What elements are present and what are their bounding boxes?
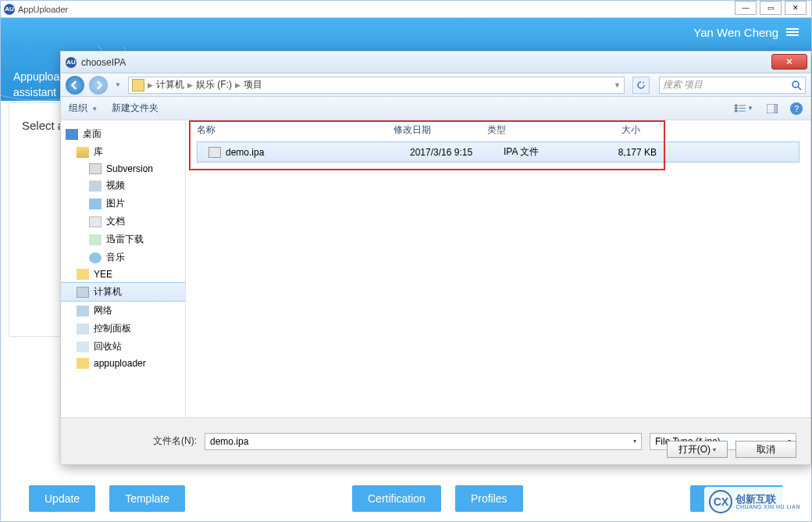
chevron-right-icon: ▶ xyxy=(187,81,193,89)
app-header: Yan Wen Cheng xyxy=(1,18,811,46)
minimize-button[interactable]: — xyxy=(735,1,757,15)
desktop-icon xyxy=(66,129,78,140)
file-list[interactable]: 名称 修改日期 类型 大小 demo.ipa 2017/3/16 9:15 IP… xyxy=(186,120,810,417)
tree-video[interactable]: 视频 xyxy=(61,177,185,195)
nav-history-dropdown[interactable]: ▼ xyxy=(112,76,123,95)
watermark-logo-icon: CX xyxy=(709,490,732,513)
tree-computer[interactable]: 计算机 xyxy=(61,282,185,302)
maximize-button[interactable]: ▭ xyxy=(760,1,782,15)
col-date[interactable]: 修改日期 xyxy=(394,123,487,137)
tree-controlpanel[interactable]: 控制面板 xyxy=(61,320,185,338)
preview-pane-button[interactable] xyxy=(762,101,782,116)
search-placeholder: 搜索 项目 xyxy=(663,78,703,91)
file-icon xyxy=(208,147,221,158)
template-button[interactable]: Template xyxy=(109,485,185,512)
help-button[interactable]: ? xyxy=(790,102,803,115)
refresh-icon xyxy=(636,80,646,90)
tree-picture[interactable]: 图片 xyxy=(61,195,185,213)
control-panel-icon xyxy=(77,324,89,334)
dialog-titlebar[interactable]: AU chooseIPA ✕ xyxy=(61,52,810,73)
col-name[interactable]: 名称 xyxy=(197,123,394,137)
file-type: IPA 文件 xyxy=(504,145,597,159)
view-mode-button[interactable]: ▼ xyxy=(734,101,754,116)
app-logo-icon: AU xyxy=(4,4,15,15)
profiles-button[interactable]: Profiles xyxy=(455,485,523,512)
chevron-right-icon: ▶ xyxy=(235,81,240,89)
watermark-text: 创新互联 xyxy=(735,494,800,504)
tree-recycle[interactable]: 回收站 xyxy=(61,338,185,356)
network-icon xyxy=(77,306,89,316)
breadcrumb-drive[interactable]: 娱乐 (F:) xyxy=(196,78,232,91)
col-type[interactable]: 类型 xyxy=(487,123,581,137)
svn-icon xyxy=(89,163,102,174)
preview-icon xyxy=(767,104,778,113)
file-row[interactable]: demo.ipa 2017/3/16 9:15 IPA 文件 8,177 KB xyxy=(197,141,800,163)
dialog-nav: ▼ ▶ 计算机 ▶ 娱乐 (F:) ▶ 项目 ▼ 搜索 项目 xyxy=(61,73,810,97)
tree-library[interactable]: 库 xyxy=(61,143,185,161)
tree-subversion[interactable]: Subversion xyxy=(61,161,185,177)
chevron-down-icon: ▼ xyxy=(91,105,98,113)
svg-rect-6 xyxy=(739,108,746,109)
menu-icon[interactable] xyxy=(786,28,799,36)
chevron-right-icon: ▶ xyxy=(148,81,153,89)
svg-rect-4 xyxy=(735,109,738,112)
file-size: 8,177 KB xyxy=(597,147,657,158)
file-dialog: AU chooseIPA ✕ ▼ ▶ 计算机 ▶ 娱乐 (F:) ▶ 项目 ▼ xyxy=(60,51,811,465)
folder-icon xyxy=(132,79,144,91)
col-size[interactable]: 大小 xyxy=(581,123,640,137)
file-header[interactable]: 名称 修改日期 类型 大小 xyxy=(186,120,810,140)
forward-button[interactable] xyxy=(89,76,108,95)
breadcrumb-folder[interactable]: 项目 xyxy=(244,78,262,91)
breadcrumb-root[interactable]: 计算机 xyxy=(156,78,184,91)
tree-document[interactable]: 文档 xyxy=(61,213,185,231)
tree-yee[interactable]: YEE xyxy=(61,266,185,282)
video-icon xyxy=(89,181,102,191)
tree-music[interactable]: 音乐 xyxy=(61,248,185,266)
tree-network[interactable]: 网络 xyxy=(61,302,185,320)
filename-input[interactable]: demo.ipa ▾ xyxy=(205,433,642,450)
tree-download[interactable]: 迅雷下载 xyxy=(61,231,185,248)
organize-menu[interactable]: 组织 ▼ xyxy=(69,102,98,115)
svg-rect-9 xyxy=(774,104,778,113)
file-name: demo.ipa xyxy=(226,147,410,158)
close-button[interactable]: ✕ xyxy=(785,1,807,15)
chevron-down-icon[interactable]: ▼ xyxy=(614,81,621,89)
update-button[interactable]: Update xyxy=(29,485,95,512)
tree-appuploader[interactable]: appuploader xyxy=(61,356,185,371)
chevron-down-icon[interactable]: ▾ xyxy=(633,438,636,445)
app-titlebar[interactable]: AU AppUploader — ▭ ✕ xyxy=(1,1,811,18)
tree-desktop[interactable]: 桌面 xyxy=(61,125,185,143)
watermark-sub: CHUANG XIN HU LIAN xyxy=(735,504,800,509)
watermark: CX 创新互联 CHUANG XIN HU LIAN xyxy=(704,487,805,517)
picture-icon xyxy=(89,198,102,209)
svg-point-0 xyxy=(792,81,799,88)
arrow-left-icon xyxy=(70,80,80,90)
breadcrumb[interactable]: ▶ 计算机 ▶ 娱乐 (F:) ▶ 项目 ▼ xyxy=(128,77,625,94)
list-view-icon xyxy=(735,104,746,113)
dialog-close-button[interactable]: ✕ xyxy=(771,54,807,70)
refresh-button[interactable] xyxy=(632,77,650,94)
chevron-down-icon: ▾ xyxy=(713,446,716,453)
cancel-button[interactable]: 取消 xyxy=(735,441,796,458)
user-name: Yan Wen Cheng xyxy=(693,26,778,39)
certification-button[interactable]: Certification xyxy=(352,485,441,512)
filename-label: 文件名(N): xyxy=(153,434,197,448)
folder-icon xyxy=(77,269,89,280)
back-button[interactable] xyxy=(66,76,84,95)
svg-line-1 xyxy=(798,87,801,90)
arrow-right-icon xyxy=(94,80,103,90)
open-button[interactable]: 打开(O) ▾ xyxy=(667,441,728,458)
computer-icon xyxy=(77,287,89,298)
document-icon xyxy=(89,216,102,227)
music-icon xyxy=(89,252,102,263)
dialog-title: chooseIPA xyxy=(81,57,126,68)
folder-tree[interactable]: 桌面 库 Subversion 视频 图片 文档 迅雷下载 音乐 YEE 计算机… xyxy=(61,120,186,417)
file-date: 2017/3/16 9:15 xyxy=(410,147,504,158)
new-folder-button[interactable]: 新建文件夹 xyxy=(112,102,158,115)
dialog-icon: AU xyxy=(66,57,77,68)
svg-rect-7 xyxy=(739,110,746,111)
recycle-bin-icon xyxy=(77,341,89,352)
folder-icon xyxy=(77,358,89,369)
search-icon xyxy=(791,80,802,91)
search-input[interactable]: 搜索 项目 xyxy=(659,77,806,94)
